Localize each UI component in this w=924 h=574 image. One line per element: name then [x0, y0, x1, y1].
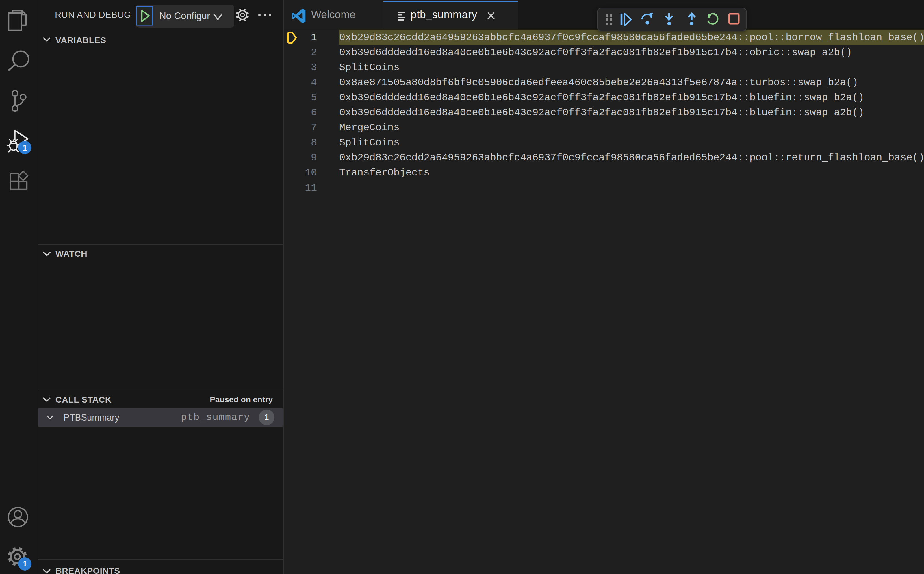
svg-text:1: 1 — [22, 143, 27, 152]
